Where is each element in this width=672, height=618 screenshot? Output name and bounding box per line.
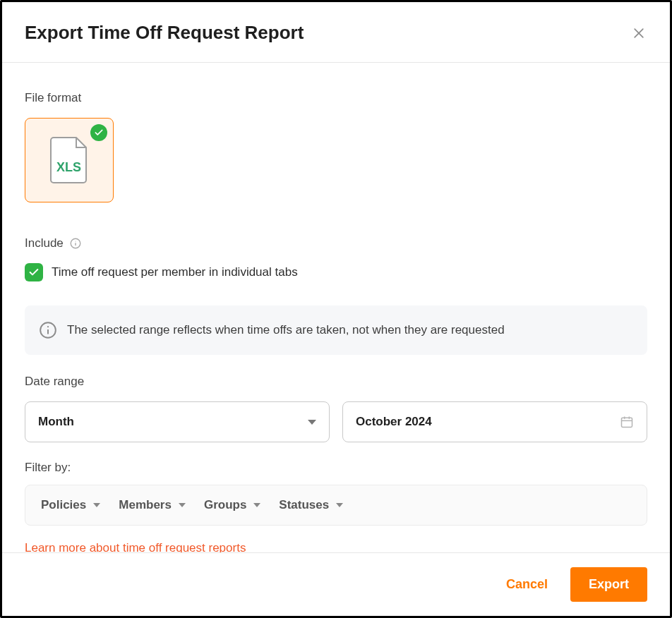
learn-more-link[interactable]: Learn more about time off request report… xyxy=(25,541,246,552)
file-format-option-xls[interactable]: XLS xyxy=(25,118,114,202)
modal-footer: Cancel Export xyxy=(2,552,670,616)
chevron-down-icon xyxy=(253,503,260,507)
calendar-icon xyxy=(620,415,634,429)
file-format-label: File format xyxy=(25,91,647,105)
export-button[interactable]: Export xyxy=(570,567,647,602)
include-checkbox-label: Time off request per member in individua… xyxy=(52,265,298,279)
filter-bar: Policies Members Groups Statuses xyxy=(25,485,647,526)
chevron-down-icon xyxy=(336,503,343,507)
chevron-down-icon xyxy=(93,503,100,507)
close-button[interactable] xyxy=(630,25,647,42)
filter-label: Policies xyxy=(41,498,86,512)
svg-point-5 xyxy=(75,241,76,241)
include-label-text: Include xyxy=(25,236,64,250)
filter-by-label: Filter by: xyxy=(25,461,647,475)
learn-more: Learn more about time off request report… xyxy=(25,541,647,552)
chevron-down-icon xyxy=(179,503,186,507)
cancel-button[interactable]: Cancel xyxy=(499,571,555,598)
filter-statuses[interactable]: Statuses xyxy=(279,498,343,512)
filter-label: Members xyxy=(119,498,172,512)
filter-label: Statuses xyxy=(279,498,329,512)
modal-body: File format XLS Include xyxy=(2,63,670,552)
include-checkbox[interactable] xyxy=(25,263,43,281)
svg-rect-9 xyxy=(622,418,632,427)
filter-members[interactable]: Members xyxy=(119,498,186,512)
check-icon xyxy=(94,128,104,138)
filter-policies[interactable]: Policies xyxy=(41,498,100,512)
svg-text:XLS: XLS xyxy=(56,160,81,174)
check-icon xyxy=(28,267,40,278)
date-range-value-picker[interactable]: October 2024 xyxy=(342,401,647,442)
info-icon[interactable] xyxy=(69,237,82,250)
date-range-value: October 2024 xyxy=(356,415,432,429)
info-icon xyxy=(39,321,57,339)
include-checkbox-row: Time off request per member in individua… xyxy=(25,263,647,281)
filter-groups[interactable]: Groups xyxy=(204,498,260,512)
selected-check-badge xyxy=(90,124,107,141)
file-xls-icon: XLS xyxy=(49,136,89,184)
svg-point-8 xyxy=(47,326,49,327)
modal-title: Export Time Off Request Report xyxy=(25,22,304,44)
date-range-section: Date range Month October 2024 xyxy=(25,375,647,442)
include-section: Include Time off request per member in i… xyxy=(25,236,647,281)
modal-header: Export Time Off Request Report xyxy=(2,2,670,62)
info-banner: The selected range reflects when time of… xyxy=(25,305,647,355)
date-range-label: Date range xyxy=(25,375,647,389)
date-range-row: Month October 2024 xyxy=(25,401,647,442)
filter-by-section: Filter by: Policies Members Groups Statu… xyxy=(25,461,647,526)
date-range-unit-select[interactable]: Month xyxy=(25,401,330,442)
include-label: Include xyxy=(25,236,647,250)
close-icon xyxy=(632,26,646,40)
filter-label: Groups xyxy=(204,498,246,512)
info-banner-text: The selected range reflects when time of… xyxy=(67,323,505,337)
export-modal: Export Time Off Request Report File form… xyxy=(0,0,672,618)
chevron-down-icon xyxy=(308,420,316,425)
date-range-unit-value: Month xyxy=(38,415,74,429)
